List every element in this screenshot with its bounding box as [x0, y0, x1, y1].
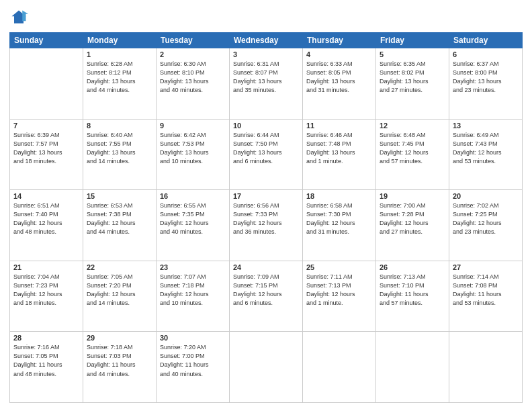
day-number: 12 — [380, 122, 445, 130]
weekday-header-thursday: Thursday — [303, 33, 376, 48]
weekday-header-saturday: Saturday — [449, 33, 523, 48]
calendar-cell: 15Sunrise: 6:53 AM Sunset: 7:38 PM Dayli… — [83, 190, 157, 261]
cell-content: Sunrise: 7:11 AM Sunset: 7:13 PM Dayligh… — [306, 273, 372, 308]
cell-content: Sunrise: 6:44 AM Sunset: 7:50 PM Dayligh… — [233, 131, 299, 166]
day-number: 13 — [453, 122, 519, 130]
calendar-cell: 25Sunrise: 7:11 AM Sunset: 7:13 PM Dayli… — [303, 261, 376, 332]
logo — [9, 8, 31, 27]
day-number: 16 — [160, 192, 226, 200]
cell-content: Sunrise: 7:14 AM Sunset: 7:08 PM Dayligh… — [453, 273, 519, 308]
cell-content: Sunrise: 7:00 AM Sunset: 7:28 PM Dayligh… — [380, 201, 445, 236]
day-number: 7 — [13, 122, 79, 130]
calendar-cell: 5Sunrise: 6:35 AM Sunset: 8:02 PM Daylig… — [376, 48, 449, 120]
cell-content: Sunrise: 6:40 AM Sunset: 7:55 PM Dayligh… — [87, 131, 152, 166]
cell-content: Sunrise: 7:16 AM Sunset: 7:05 PM Dayligh… — [13, 343, 79, 378]
weekday-header-row: SundayMondayTuesdayWednesdayThursdayFrid… — [10, 33, 523, 48]
day-number: 14 — [13, 192, 79, 200]
calendar-cell: 24Sunrise: 7:09 AM Sunset: 7:15 PM Dayli… — [230, 261, 303, 332]
header — [9, 8, 523, 27]
day-number: 23 — [160, 263, 226, 271]
calendar-cell — [449, 332, 523, 403]
calendar-cell — [376, 332, 449, 403]
day-number: 21 — [13, 263, 79, 271]
calendar-cell: 23Sunrise: 7:07 AM Sunset: 7:18 PM Dayli… — [157, 261, 230, 332]
cell-content: Sunrise: 6:55 AM Sunset: 7:35 PM Dayligh… — [160, 201, 226, 236]
day-number: 22 — [87, 263, 152, 271]
day-number: 8 — [87, 122, 152, 130]
day-number: 19 — [380, 192, 445, 200]
calendar-cell: 7Sunrise: 6:39 AM Sunset: 7:57 PM Daylig… — [10, 119, 83, 190]
day-number: 20 — [453, 192, 519, 200]
calendar-cell: 2Sunrise: 6:30 AM Sunset: 8:10 PM Daylig… — [157, 48, 230, 120]
cell-content: Sunrise: 7:18 AM Sunset: 7:03 PM Dayligh… — [87, 343, 152, 378]
calendar-cell — [303, 332, 376, 403]
calendar-week-5: 28Sunrise: 7:16 AM Sunset: 7:05 PM Dayli… — [10, 332, 523, 403]
calendar-cell — [10, 48, 83, 120]
day-number: 29 — [87, 334, 152, 342]
calendar-cell: 21Sunrise: 7:04 AM Sunset: 7:23 PM Dayli… — [10, 261, 83, 332]
cell-content: Sunrise: 6:58 AM Sunset: 7:30 PM Dayligh… — [306, 201, 372, 236]
day-number: 27 — [453, 263, 519, 271]
cell-content: Sunrise: 7:20 AM Sunset: 7:00 PM Dayligh… — [160, 343, 226, 378]
weekday-header-monday: Monday — [83, 33, 157, 48]
page: SundayMondayTuesdayWednesdayThursdayFrid… — [0, 0, 532, 411]
calendar-cell: 26Sunrise: 7:13 AM Sunset: 7:10 PM Dayli… — [376, 261, 449, 332]
cell-content: Sunrise: 6:35 AM Sunset: 8:02 PM Dayligh… — [380, 60, 445, 95]
cell-content: Sunrise: 6:28 AM Sunset: 8:12 PM Dayligh… — [87, 60, 152, 95]
day-number: 18 — [306, 192, 372, 200]
weekday-header-wednesday: Wednesday — [230, 33, 303, 48]
calendar-cell: 6Sunrise: 6:37 AM Sunset: 8:00 PM Daylig… — [449, 48, 523, 120]
cell-content: Sunrise: 6:30 AM Sunset: 8:10 PM Dayligh… — [160, 60, 226, 95]
calendar-cell: 17Sunrise: 6:56 AM Sunset: 7:33 PM Dayli… — [230, 190, 303, 261]
calendar-cell: 29Sunrise: 7:18 AM Sunset: 7:03 PM Dayli… — [83, 332, 157, 403]
calendar-cell: 14Sunrise: 6:51 AM Sunset: 7:40 PM Dayli… — [10, 190, 83, 261]
cell-content: Sunrise: 6:42 AM Sunset: 7:53 PM Dayligh… — [160, 131, 226, 166]
calendar-cell: 9Sunrise: 6:42 AM Sunset: 7:53 PM Daylig… — [157, 119, 230, 190]
day-number: 26 — [380, 263, 445, 271]
calendar-cell: 4Sunrise: 6:33 AM Sunset: 8:05 PM Daylig… — [303, 48, 376, 120]
day-number: 17 — [233, 192, 299, 200]
day-number: 6 — [453, 50, 519, 58]
calendar-cell: 28Sunrise: 7:16 AM Sunset: 7:05 PM Dayli… — [10, 332, 83, 403]
cell-content: Sunrise: 7:04 AM Sunset: 7:23 PM Dayligh… — [13, 273, 79, 308]
calendar-cell: 30Sunrise: 7:20 AM Sunset: 7:00 PM Dayli… — [157, 332, 230, 403]
calendar-cell: 18Sunrise: 6:58 AM Sunset: 7:30 PM Dayli… — [303, 190, 376, 261]
calendar-cell: 10Sunrise: 6:44 AM Sunset: 7:50 PM Dayli… — [230, 119, 303, 190]
cell-content: Sunrise: 7:09 AM Sunset: 7:15 PM Dayligh… — [233, 273, 299, 308]
day-number: 24 — [233, 263, 299, 271]
cell-content: Sunrise: 6:46 AM Sunset: 7:48 PM Dayligh… — [306, 131, 372, 166]
cell-content: Sunrise: 6:56 AM Sunset: 7:33 PM Dayligh… — [233, 201, 299, 236]
cell-content: Sunrise: 7:05 AM Sunset: 7:20 PM Dayligh… — [87, 273, 152, 308]
calendar-cell: 16Sunrise: 6:55 AM Sunset: 7:35 PM Dayli… — [157, 190, 230, 261]
day-number: 9 — [160, 122, 226, 130]
day-number: 28 — [13, 334, 79, 342]
cell-content: Sunrise: 6:33 AM Sunset: 8:05 PM Dayligh… — [306, 60, 372, 95]
cell-content: Sunrise: 6:37 AM Sunset: 8:00 PM Dayligh… — [453, 60, 519, 95]
calendar-week-2: 7Sunrise: 6:39 AM Sunset: 7:57 PM Daylig… — [10, 119, 523, 190]
calendar-cell: 27Sunrise: 7:14 AM Sunset: 7:08 PM Dayli… — [449, 261, 523, 332]
calendar-cell: 12Sunrise: 6:48 AM Sunset: 7:45 PM Dayli… — [376, 119, 449, 190]
cell-content: Sunrise: 6:31 AM Sunset: 8:07 PM Dayligh… — [233, 60, 299, 95]
svg-marker-1 — [22, 11, 28, 21]
calendar-cell: 13Sunrise: 6:49 AM Sunset: 7:43 PM Dayli… — [449, 119, 523, 190]
calendar-cell: 11Sunrise: 6:46 AM Sunset: 7:48 PM Dayli… — [303, 119, 376, 190]
calendar-week-1: 1Sunrise: 6:28 AM Sunset: 8:12 PM Daylig… — [10, 48, 523, 120]
calendar-cell: 8Sunrise: 6:40 AM Sunset: 7:55 PM Daylig… — [83, 119, 157, 190]
day-number: 4 — [306, 50, 372, 58]
day-number: 1 — [87, 50, 152, 58]
day-number: 15 — [87, 192, 152, 200]
calendar-week-3: 14Sunrise: 6:51 AM Sunset: 7:40 PM Dayli… — [10, 190, 523, 261]
day-number: 11 — [306, 122, 372, 130]
cell-content: Sunrise: 7:02 AM Sunset: 7:25 PM Dayligh… — [453, 201, 519, 236]
cell-content: Sunrise: 6:53 AM Sunset: 7:38 PM Dayligh… — [87, 201, 152, 236]
day-number: 30 — [160, 334, 226, 342]
calendar-cell: 19Sunrise: 7:00 AM Sunset: 7:28 PM Dayli… — [376, 190, 449, 261]
day-number: 3 — [233, 50, 299, 58]
cell-content: Sunrise: 6:51 AM Sunset: 7:40 PM Dayligh… — [13, 201, 79, 236]
cell-content: Sunrise: 7:13 AM Sunset: 7:10 PM Dayligh… — [380, 273, 445, 308]
day-number: 5 — [380, 50, 445, 58]
weekday-header-friday: Friday — [376, 33, 449, 48]
calendar-week-4: 21Sunrise: 7:04 AM Sunset: 7:23 PM Dayli… — [10, 261, 523, 332]
calendar-cell — [230, 332, 303, 403]
day-number: 25 — [306, 263, 372, 271]
